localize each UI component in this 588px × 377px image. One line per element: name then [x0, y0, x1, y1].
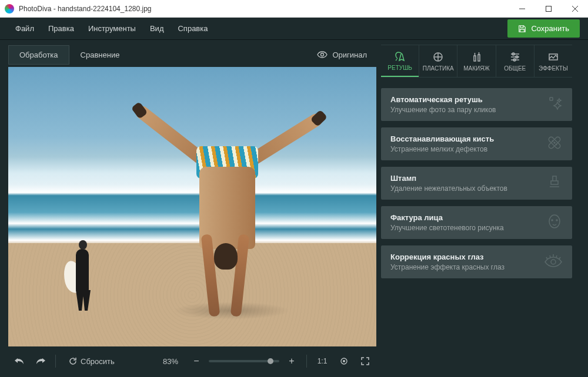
image-canvas[interactable] — [8, 67, 376, 346]
panel-title: Фактура лица — [390, 213, 563, 222]
tab-compare[interactable]: Сравнение — [69, 45, 131, 65]
right-pane: РЕТУШЬ ПЛАСТИКА МАКИЯЖ ОБЩЕЕ ЭФФЕКТЫ — [376, 40, 579, 377]
redo-icon — [35, 357, 46, 365]
maximize-button[interactable] — [535, 0, 562, 18]
save-icon — [518, 25, 526, 33]
panel-desc: Удаление нежелательных объектов — [390, 184, 563, 193]
menu-view[interactable]: Вид — [143, 21, 171, 36]
retouch-icon — [394, 51, 406, 62]
svg-line-28 — [546, 257, 547, 259]
minimize-button[interactable] — [509, 0, 535, 18]
fullscreen-icon — [361, 357, 369, 365]
svg-point-26 — [556, 220, 557, 221]
undo-icon — [14, 357, 25, 365]
svg-point-4 — [321, 53, 324, 56]
app-body: Файл Правка Инструменты Вид Справка Сохр… — [0, 18, 588, 377]
menu-tools[interactable]: Инструменты — [81, 21, 143, 36]
svg-point-25 — [552, 220, 553, 221]
svg-rect-10 — [474, 56, 476, 61]
eye-icon — [317, 51, 328, 58]
panel-red-eye[interactable]: Коррекция красных глаз Устранение эффект… — [381, 245, 572, 278]
reset-button[interactable]: Сбросить — [62, 353, 122, 369]
plastic-icon — [432, 51, 444, 63]
tab-general[interactable]: ОБЩЕЕ — [496, 45, 534, 77]
zoom-thumb[interactable] — [268, 358, 273, 364]
svg-point-21 — [554, 142, 555, 143]
panel-desc: Улучшение фото за пару кликов — [390, 106, 563, 114]
image-handstand-figure — [173, 90, 290, 346]
tab-plastic-label: ПЛАСТИКА — [423, 65, 454, 72]
original-label: Оригинал — [332, 51, 367, 59]
tool-panel-list: Автоматическая ретушь Улучшение фото за … — [381, 88, 572, 278]
makeup-icon — [471, 51, 483, 63]
tab-retouch[interactable]: РЕТУШЬ — [381, 45, 419, 77]
panel-title: Автоматическая ретушь — [390, 95, 563, 104]
reset-icon — [69, 357, 77, 365]
tab-process[interactable]: Обработка — [8, 45, 69, 65]
svg-line-29 — [550, 255, 550, 257]
svg-line-31 — [556, 255, 557, 257]
reset-label: Сбросить — [81, 357, 115, 366]
menu-edit[interactable]: Правка — [41, 21, 81, 36]
panel-desc: Улучшение светотеневого рисунка — [390, 224, 563, 232]
svg-point-6 — [343, 360, 345, 362]
panel-title: Штамп — [390, 174, 563, 183]
eye-lashes-icon — [543, 251, 564, 272]
tab-general-label: ОБЩЕЕ — [504, 65, 526, 72]
close-button[interactable] — [562, 0, 588, 18]
menu-file[interactable]: Файл — [8, 21, 41, 36]
menu-help[interactable]: Справка — [171, 21, 215, 36]
fit-screen-icon — [340, 357, 348, 365]
panel-desc: Устранение эффекта красных глаз — [390, 263, 563, 271]
save-label: Сохранить — [531, 24, 569, 33]
left-pane: Обработка Сравнение Оригинал — [0, 40, 376, 377]
panel-title: Коррекция красных глаз — [390, 253, 563, 261]
tab-effects[interactable]: ЭФФЕКТЫ — [534, 45, 572, 77]
svg-point-22 — [552, 140, 553, 142]
app-logo-icon — [5, 4, 14, 14]
panel-healing-brush[interactable]: Восстанавливающая кисть Устранение мелки… — [381, 127, 572, 160]
svg-point-24 — [549, 215, 560, 228]
panel-stamp[interactable]: Штамп Удаление нежелательных объектов — [381, 167, 572, 200]
zoom-out-button[interactable]: − — [188, 353, 205, 369]
stamp-icon — [545, 173, 564, 194]
svg-rect-11 — [478, 55, 480, 61]
svg-line-32 — [559, 257, 560, 259]
save-button[interactable]: Сохранить — [507, 19, 580, 38]
zoom-slider[interactable] — [209, 360, 279, 362]
panel-title: Восстанавливающая кисть — [390, 134, 563, 143]
tab-effects-label: ЭФФЕКТЫ — [539, 65, 568, 72]
panel-desc: Устранение мелких дефектов — [390, 145, 563, 153]
face-icon — [545, 212, 564, 233]
bandage-icon — [545, 133, 564, 154]
svg-rect-1 — [546, 6, 551, 11]
image-surfer — [67, 240, 102, 311]
effects-icon — [547, 51, 559, 63]
sparkle-icon — [545, 94, 564, 115]
bottom-toolbar: Сбросить 83% − + 1:1 — [8, 350, 376, 372]
panel-face-texture[interactable]: Фактура лица Улучшение светотеневого рис… — [381, 206, 572, 239]
original-button[interactable]: Оригинал — [308, 46, 376, 64]
view-tabs: Обработка Сравнение Оригинал — [8, 45, 376, 65]
svg-point-27 — [551, 260, 556, 264]
menubar: Файл Правка Инструменты Вид Справка Сохр… — [0, 18, 588, 40]
tab-makeup-label: МАКИЯЖ — [463, 65, 489, 72]
redo-button[interactable] — [32, 353, 49, 369]
sliders-icon — [509, 51, 521, 63]
titlebar: PhotoDiva - handstand-2224104_1280.jpg — [0, 0, 588, 18]
fit-screen-button[interactable] — [335, 353, 353, 369]
zoom-in-button[interactable]: + — [283, 353, 300, 369]
content-area: Обработка Сравнение Оригинал — [0, 40, 588, 377]
svg-point-23 — [556, 144, 557, 145]
fullscreen-button[interactable] — [356, 353, 374, 369]
undo-button[interactable] — [11, 353, 28, 369]
tab-makeup[interactable]: МАКИЯЖ — [457, 45, 495, 77]
window-title: PhotoDiva - handstand-2224104_1280.jpg — [19, 5, 509, 13]
one-to-one-button[interactable]: 1:1 — [313, 353, 332, 369]
tab-retouch-label: РЕТУШЬ — [387, 65, 412, 71]
tool-tabs: РЕТУШЬ ПЛАСТИКА МАКИЯЖ ОБЩЕЕ ЭФФЕКТЫ — [381, 45, 572, 78]
panel-auto-retouch[interactable]: Автоматическая ретушь Улучшение фото за … — [381, 88, 572, 121]
zoom-value: 83% — [163, 357, 178, 366]
tab-plastic[interactable]: ПЛАСТИКА — [419, 45, 457, 77]
